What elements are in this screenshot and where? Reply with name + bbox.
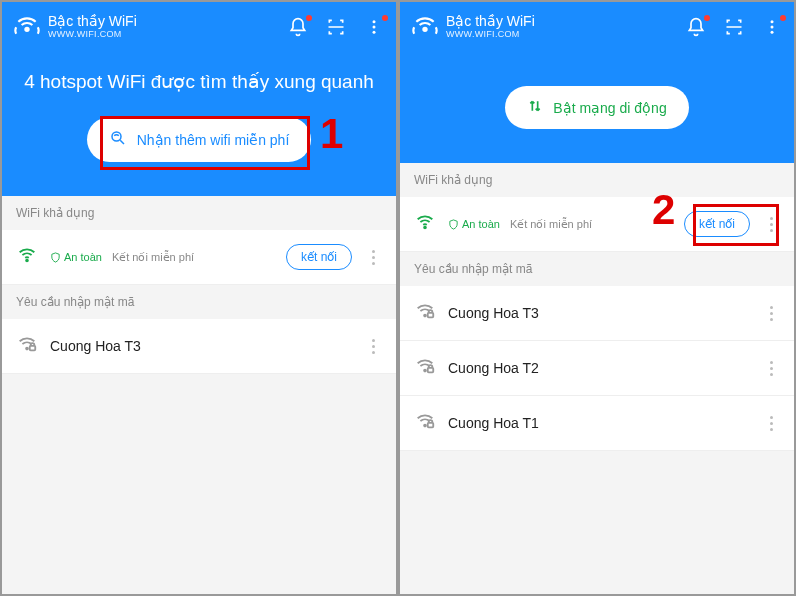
app-subtitle: WWW.WIFI.COM: [48, 30, 137, 40]
wifi-signal-icon: [414, 211, 436, 237]
app-subtitle: WWW.WIFI.COM: [446, 30, 535, 40]
annotation-number-1: 1: [320, 110, 343, 158]
wifi-lock-icon: [414, 355, 436, 381]
annotation-number-2: 2: [652, 186, 675, 234]
wifi-signal-icon: [16, 244, 38, 270]
screen-right: Bậc thầy WiFi WWW.WIFI.COM Bật mạng di đ…: [398, 0, 796, 596]
section-available-label: WiFi khả dụng: [400, 163, 794, 197]
row-more-icon[interactable]: [762, 217, 780, 232]
safe-badge: An toàn: [448, 218, 500, 230]
svg-point-10: [771, 26, 774, 29]
svg-rect-18: [428, 423, 434, 428]
more-icon[interactable]: [364, 17, 384, 37]
wifi-lock-icon: [414, 300, 436, 326]
wifi-logo-icon: [14, 12, 40, 42]
app-header: Bậc thầy WiFi WWW.WIFI.COM: [400, 2, 794, 52]
svg-point-12: [424, 227, 426, 229]
svg-point-11: [771, 31, 774, 34]
scan-icon[interactable]: [326, 17, 346, 37]
free-connect-label: Kết nối miễn phí: [112, 251, 194, 264]
hero-button-label: Bật mạng di động: [553, 100, 666, 116]
password-wifi-row[interactable]: Cuong Hoa T3: [400, 286, 794, 341]
row-more-icon[interactable]: [762, 361, 780, 376]
updown-arrows-icon: [527, 98, 543, 117]
available-wifi-row[interactable]: An toàn Kết nối miễn phí kết nối: [400, 197, 794, 252]
svg-point-9: [771, 20, 774, 23]
wifi-name: Cuong Hoa T2: [448, 360, 750, 376]
bell-icon[interactable]: [686, 17, 706, 37]
svg-point-6: [26, 348, 28, 350]
screen-left: Bậc thầy WiFi WWW.WIFI.COM 4 hotspot WiF…: [0, 0, 398, 596]
wifi-name: Cuong Hoa T3: [50, 338, 352, 354]
svg-point-5: [26, 260, 28, 262]
get-free-wifi-button[interactable]: Nhận thêm wifi miễn phí: [87, 117, 312, 162]
connect-button[interactable]: kết nối: [684, 211, 750, 237]
more-icon[interactable]: [762, 17, 782, 37]
password-list-left: Cuong Hoa T3: [2, 319, 396, 374]
wifi-logo-icon: [412, 12, 438, 42]
hero-title: 4 hotspot WiFi được tìm thấy xung quanh: [22, 70, 376, 93]
svg-point-13: [424, 315, 426, 317]
wifi-lock-icon: [414, 410, 436, 436]
svg-point-0: [25, 28, 28, 31]
svg-point-1: [373, 20, 376, 23]
bell-icon[interactable]: [288, 17, 308, 37]
svg-rect-7: [30, 346, 36, 351]
section-password-label: Yêu cầu nhập mật mã: [2, 285, 396, 319]
password-wifi-row[interactable]: Cuong Hoa T2: [400, 341, 794, 396]
wifi-name: Cuong Hoa T1: [448, 415, 750, 431]
section-password-label: Yêu cầu nhập mật mã: [400, 252, 794, 286]
password-list-right: Cuong Hoa T3 Cuong Hoa T2 Cuong Hoa T1: [400, 286, 794, 451]
row-more-icon[interactable]: [364, 339, 382, 354]
scan-icon[interactable]: [724, 17, 744, 37]
svg-point-17: [424, 425, 426, 427]
section-available-label: WiFi khả dụng: [2, 196, 396, 230]
password-wifi-row[interactable]: Cuong Hoa T3: [2, 319, 396, 374]
brand: Bậc thầy WiFi WWW.WIFI.COM: [14, 12, 137, 42]
row-more-icon[interactable]: [364, 250, 382, 265]
row-more-icon[interactable]: [762, 416, 780, 431]
free-connect-label: Kết nối miễn phí: [510, 218, 592, 231]
svg-rect-16: [428, 368, 434, 373]
password-wifi-row[interactable]: Cuong Hoa T1: [400, 396, 794, 451]
available-wifi-row[interactable]: An toàn Kết nối miễn phí kết nối: [2, 230, 396, 285]
svg-point-8: [423, 28, 426, 31]
app-title: Bậc thầy WiFi: [48, 14, 137, 29]
connect-button[interactable]: kết nối: [286, 244, 352, 270]
app-header: Bậc thầy WiFi WWW.WIFI.COM: [2, 2, 396, 52]
hero: Bật mạng di động: [400, 52, 794, 163]
enable-mobile-data-button[interactable]: Bật mạng di động: [505, 86, 688, 129]
hero-button-label: Nhận thêm wifi miễn phí: [137, 132, 290, 148]
wifi-lock-icon: [16, 333, 38, 359]
svg-point-4: [112, 132, 121, 141]
wifi-name: Cuong Hoa T3: [448, 305, 750, 321]
row-more-icon[interactable]: [762, 306, 780, 321]
safe-badge: An toàn: [50, 251, 102, 263]
brand: Bậc thầy WiFi WWW.WIFI.COM: [412, 12, 535, 42]
svg-rect-14: [428, 313, 434, 318]
search-wifi-icon: [109, 129, 127, 150]
svg-point-2: [373, 26, 376, 29]
app-title: Bậc thầy WiFi: [446, 14, 535, 29]
svg-point-3: [373, 31, 376, 34]
svg-point-15: [424, 370, 426, 372]
